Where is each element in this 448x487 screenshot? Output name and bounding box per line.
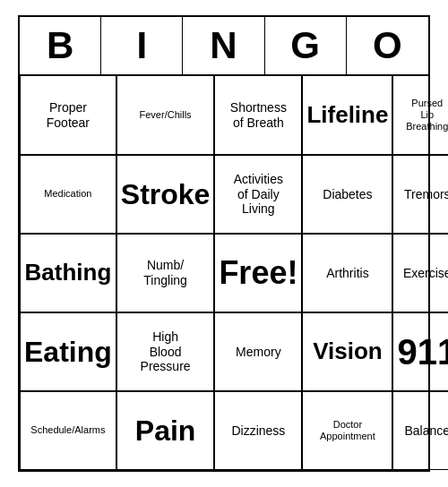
bingo-cell: 911 — [392, 312, 448, 391]
bingo-cell: Bathing — [20, 234, 116, 312]
bingo-cell: Exercise — [392, 234, 448, 312]
bingo-cell: Proper Footear — [20, 76, 116, 155]
bingo-cell: Balance — [392, 391, 448, 470]
bingo-cell: Fever/Chills — [116, 76, 215, 155]
cell-text: Dizziness — [231, 423, 285, 439]
cell-text: Shortness of Breath — [230, 100, 287, 131]
cell-text: Tremors — [404, 187, 448, 202]
bingo-cell: Stroke — [116, 155, 215, 234]
header-letter: O — [347, 17, 428, 74]
bingo-cell: Free! — [214, 234, 302, 312]
cell-text: Eating — [24, 335, 112, 369]
cell-text: Arthritis — [326, 266, 368, 281]
bingo-cell: Tremors — [392, 155, 448, 234]
header-letter: G — [265, 17, 347, 74]
cell-text: 911 — [397, 330, 448, 373]
bingo-cell: Vision — [302, 312, 392, 391]
bingo-cell: Arthritis — [302, 234, 392, 312]
header-letter: B — [20, 17, 101, 74]
bingo-cell: Diabetes — [302, 155, 392, 234]
bingo-cell: Shortness of Breath — [214, 76, 302, 155]
header-letter: N — [183, 17, 264, 74]
bingo-header: BINGO — [20, 17, 428, 76]
bingo-cell: Doctor Appointment — [302, 391, 392, 470]
cell-text: Lifeline — [306, 101, 388, 129]
header-letter: I — [101, 17, 183, 74]
cell-text: Activities of Daily Living — [234, 172, 283, 217]
bingo-cell: Medication — [20, 155, 116, 234]
bingo-cell: Dizziness — [214, 391, 302, 470]
bingo-cell: Activities of Daily Living — [214, 155, 302, 234]
cell-text: Exercise — [403, 266, 448, 281]
cell-text: High Blood Pressure — [141, 329, 191, 374]
cell-text: Schedule/Alarms — [30, 424, 105, 436]
cell-text: Diabetes — [323, 187, 372, 202]
cell-text: Numb/ Tingling — [143, 258, 187, 288]
cell-text: Doctor Appointment — [320, 419, 375, 442]
cell-text: Pain — [135, 414, 196, 448]
bingo-cell: Lifeline — [302, 76, 392, 155]
cell-text: Memory — [236, 345, 281, 360]
bingo-cell: High Blood Pressure — [116, 312, 215, 391]
bingo-cell: Numb/ Tingling — [116, 234, 215, 312]
bingo-grid: Proper FootearFever/ChillsShortness of B… — [20, 76, 428, 470]
cell-text: Bathing — [25, 259, 112, 286]
cell-text: Balance — [405, 423, 449, 439]
bingo-cell: Memory — [214, 312, 302, 391]
cell-text: Fever/Chills — [140, 109, 192, 121]
cell-text: Vision — [313, 337, 383, 365]
bingo-cell: Eating — [20, 312, 116, 391]
cell-text: Stroke — [121, 177, 211, 211]
cell-text: Free! — [219, 253, 297, 292]
bingo-cell: Schedule/Alarms — [20, 391, 116, 470]
bingo-cell: Pursed Lip Breathing — [392, 76, 448, 155]
cell-text: Medication — [44, 188, 91, 200]
cell-text: Pursed Lip Breathing — [406, 98, 448, 133]
bingo-cell: Pain — [116, 391, 215, 470]
bingo-card: BINGO Proper FootearFever/ChillsShortnes… — [18, 15, 430, 472]
cell-text: Proper Footear — [47, 100, 90, 131]
